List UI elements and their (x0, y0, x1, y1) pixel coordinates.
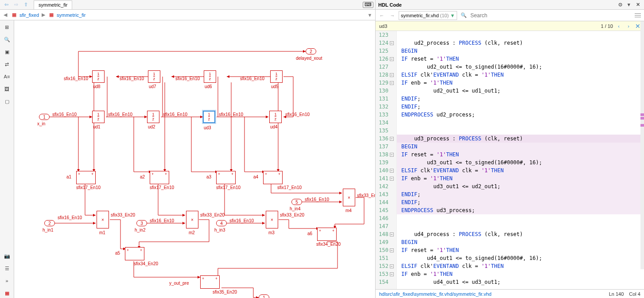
outport-y_out[interactable]: 1 (259, 294, 269, 298)
sig-a5o: sfix34_En20 (134, 261, 158, 266)
expand-icon[interactable]: » (2, 276, 12, 286)
subsys-icon: ▦ (48, 12, 55, 19)
svg-marker-21 (339, 192, 342, 194)
status-path[interactable]: hdlsrc\sfir_fixed\symmetric_fir.vhd/symm… (379, 291, 492, 297)
block-a3[interactable]: ++ (216, 171, 236, 184)
svg-marker-20 (262, 214, 265, 217)
sig-m4o: sfix33_En20 (357, 193, 375, 198)
label-m1: m1 (99, 230, 105, 235)
crumb-symfir[interactable]: symmetric_fir (57, 12, 85, 18)
crumb-back-icon[interactable]: ◀ (2, 12, 9, 19)
sig-fb0: sfix16_En10 (64, 76, 88, 81)
label-h_in4: h_in4 (290, 206, 300, 211)
crumb-sfir[interactable]: sfir_fixed (19, 12, 39, 18)
label-y_out_pre: y_out_pre (169, 281, 189, 286)
inport-h_in1[interactable]: 2 (44, 220, 55, 226)
code-nav: ← → symmetric_fir.vhd (10) ▼ 🔍 (376, 10, 644, 21)
inport-h_in4[interactable]: 5 (291, 199, 302, 205)
block-m2[interactable]: × (186, 211, 198, 228)
nav-fwd-icon[interactable]: → (388, 11, 397, 20)
maximize-icon[interactable]: ▾ (625, 1, 632, 8)
fit-icon[interactable]: ▣ (2, 47, 12, 57)
sig-fb3: sfix16_En10 (240, 76, 264, 81)
sig-a2o: sfix17_En10 (150, 185, 174, 190)
block-ud7[interactable]: 1z (148, 70, 160, 83)
block-ud4[interactable]: 1z (269, 111, 282, 123)
sig-a3o: sfix17_En10 (216, 185, 241, 190)
inport-h_in3[interactable]: 4 (216, 220, 227, 226)
block-a1[interactable]: ++ (76, 171, 96, 184)
breadcrumb: ◀ ▦ sfir_fixed ▶ ▦ symmetric_fir ▼ (0, 10, 375, 20)
model-tab[interactable]: symmetric_fir (34, 0, 72, 9)
code-pane: HDL Code ⊙ ▾ ✕ ← → symmetric_fir.vhd (10… (376, 0, 644, 298)
code-header: HDL Code ⊙ ▾ ✕ (376, 0, 644, 10)
back-button[interactable]: ⇦ (2, 1, 11, 9)
find-close-icon[interactable]: ✕ (635, 23, 640, 30)
inport-h_in2[interactable]: 3 (136, 220, 147, 226)
menu-icon[interactable] (633, 11, 642, 20)
sig-a4o: sfix17_En10 (277, 185, 302, 190)
block-ud2[interactable]: 1z (147, 111, 159, 123)
up-button[interactable]: ⇧ (21, 1, 30, 9)
nav-icon[interactable]: ⇄ (2, 59, 12, 69)
block-a2[interactable]: ++ (150, 171, 169, 184)
block-a6[interactable]: ++ (317, 228, 337, 241)
explorer-icon[interactable]: ⊞ (2, 22, 12, 32)
close-pane-icon[interactable]: ✕ (634, 1, 641, 8)
diagram-canvas[interactable]: 1 x_in 2 h_in1 3 h_in2 4 h_in3 5 h_in4 2… (14, 20, 375, 298)
label-x_in: x_in (37, 121, 45, 126)
code-editor[interactable]: 123124−125126−127128−129−130131132133134… (376, 31, 644, 289)
inport-x_in[interactable]: 1 (39, 114, 50, 120)
minimize-icon[interactable]: ⊙ (617, 1, 624, 8)
annot-icon[interactable]: A≡ (2, 72, 12, 81)
fwd-button[interactable]: ⇨ (12, 1, 20, 9)
nav-back-icon[interactable]: ← (377, 11, 386, 20)
svg-marker-24 (262, 222, 265, 224)
crumb-menu-icon[interactable]: ▼ (366, 12, 373, 19)
block-ud6[interactable]: 1z (204, 70, 216, 83)
sig-fb2: sfix16_En10 (175, 76, 200, 81)
find-next-icon[interactable]: › (625, 22, 632, 30)
sig-f1: sfix16_En10 (108, 112, 132, 117)
svg-marker-25 (339, 201, 342, 203)
zoom-icon[interactable]: 🔍 (2, 35, 12, 44)
image-icon[interactable]: 🖼 (2, 84, 12, 94)
keyboard-icon[interactable]: ⌨ (363, 2, 373, 8)
block-a4[interactable]: ++ (263, 171, 283, 184)
find-prev-icon[interactable]: ‹ (615, 22, 623, 30)
block-m3[interactable]: × (266, 211, 278, 228)
svg-marker-18 (93, 214, 96, 217)
sig-f4: sfix16_En10 (285, 112, 310, 117)
block-m1[interactable]: × (97, 211, 109, 228)
search-input[interactable] (469, 12, 632, 19)
snapshot-icon[interactable]: 📷 (2, 251, 12, 261)
svg-marker-4 (227, 75, 229, 78)
overview-ruler[interactable] (640, 21, 644, 269)
sig-m1o: sfix33_En20 (111, 213, 135, 217)
model-sidebar: ⊞ 🔍 ▣ ⇄ A≡ 🖼 ▢ 📷 ☰ » ▦ (0, 20, 14, 298)
block-m4[interactable]: × (343, 189, 355, 206)
block-ud5[interactable]: 1z (270, 70, 283, 83)
label-ud2: ud2 (148, 124, 155, 129)
file-dropdown[interactable]: symmetric_fir.vhd (10) ▼ (399, 11, 457, 20)
search-icon[interactable]: 🔍 (461, 12, 467, 18)
sig-fb1: sfix16_En10 (120, 76, 144, 81)
label-ud7: ud7 (149, 84, 156, 89)
block-ud1[interactable]: 1z (92, 111, 105, 123)
label-m3: m3 (268, 230, 275, 235)
block-y_out_pre[interactable]: ++ (200, 275, 220, 289)
find-count: 1 / 10 (601, 23, 613, 29)
block-ud3[interactable]: 1z (203, 111, 215, 123)
label-delayed_xout: delayed_xout (296, 56, 322, 61)
block-ud8[interactable]: 1z (92, 70, 105, 83)
box-icon[interactable]: ▢ (2, 97, 12, 106)
block-a5[interactable]: ++ (125, 247, 144, 260)
sig-a6o: sfix34_En20 (316, 242, 341, 247)
label-ud3: ud3 (204, 125, 211, 130)
status-col: Col 4 (629, 291, 640, 297)
status-ln: Ln 140 (609, 291, 624, 297)
outport-delayed_xout[interactable]: 2 (306, 48, 316, 54)
list-icon[interactable]: ☰ (2, 263, 12, 273)
sig-h1: sfix16_En10 (58, 215, 82, 220)
record-icon[interactable]: ▦ (2, 288, 12, 298)
